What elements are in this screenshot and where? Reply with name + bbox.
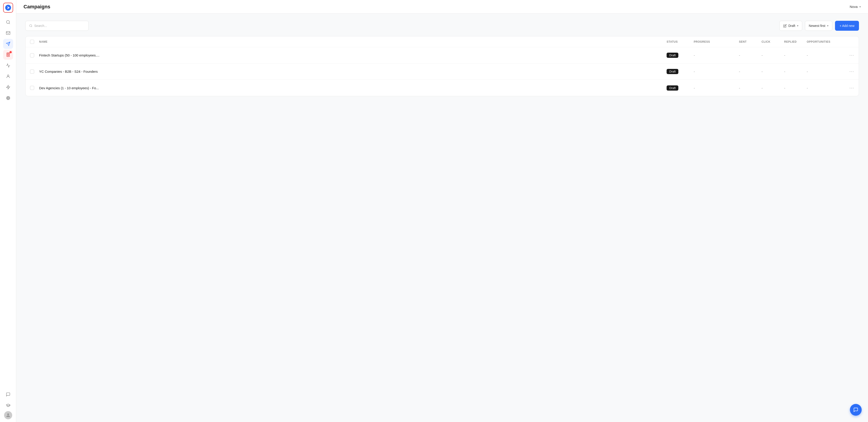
status-badge: Draft (666, 53, 678, 58)
campaigns-nav-icon[interactable] (3, 39, 13, 49)
svg-line-3 (9, 23, 10, 24)
table-row[interactable]: Dev Agencies (1 - 10 employees) - Fo... … (26, 80, 859, 96)
user-avatar[interactable] (4, 411, 12, 419)
header: Campaigns Nova ▾ (16, 0, 868, 13)
row-status: Draft (666, 53, 694, 58)
templates-nav-icon[interactable] (3, 50, 13, 60)
row-click: - (762, 70, 784, 73)
row-sent: - (739, 53, 762, 57)
sort-button[interactable]: Newest first ▾ (805, 21, 832, 31)
row-click: - (762, 53, 784, 57)
table-header: NAME STATUS PROGRESS SENT CLICK REPLIED … (26, 36, 859, 47)
row-menu-button[interactable]: ··· (843, 69, 854, 74)
analytics-nav-icon[interactable] (3, 61, 13, 70)
svg-point-2 (6, 21, 9, 24)
notification-badge (9, 51, 12, 53)
col-status: STATUS (666, 40, 694, 43)
row-menu-button[interactable]: ··· (843, 53, 854, 58)
toolbar: Draft ▾ Newest first ▾ + Add new (25, 21, 859, 31)
row-click: - (762, 86, 784, 90)
svg-rect-8 (7, 54, 8, 55)
sidebar (0, 0, 16, 422)
search-icon (29, 24, 33, 28)
filter-button[interactable]: Draft ▾ (779, 21, 802, 31)
svg-rect-4 (6, 31, 10, 34)
academy-nav-icon[interactable] (3, 400, 13, 410)
lightning-nav-icon[interactable] (3, 82, 13, 92)
filter-label: Draft (788, 24, 795, 28)
row-progress: - (694, 70, 739, 73)
row-checkbox[interactable] (30, 86, 39, 90)
contacts-nav-icon[interactable] (3, 71, 13, 81)
user-menu-chevron: ▾ (860, 5, 861, 8)
table-row[interactable]: YC Companies - B2B - S24 - Founders Draf… (26, 63, 859, 80)
col-name: NAME (39, 40, 666, 43)
search-box[interactable] (25, 21, 89, 31)
row-checkbox[interactable] (30, 53, 39, 57)
integrations-nav-icon[interactable] (3, 93, 13, 103)
col-checkbox (30, 40, 39, 44)
row-replied: - (784, 86, 807, 90)
user-menu[interactable]: Nova ▾ (850, 5, 861, 8)
mail-nav-icon[interactable] (3, 28, 13, 38)
status-badge: Draft (666, 69, 678, 74)
row-opportunities: - (807, 53, 843, 57)
table-row[interactable]: Fintech Startups (50 - 100 employees....… (26, 47, 859, 63)
chat-button[interactable] (850, 404, 862, 416)
col-sent: SENT (739, 40, 762, 43)
row-name: YC Companies - B2B - S24 - Founders (39, 70, 666, 73)
add-new-label: + Add new (839, 24, 855, 28)
main-content: Campaigns Nova ▾ Draft ▾ (16, 0, 868, 422)
row-name: Fintech Startups (50 - 100 employees.... (39, 53, 666, 57)
svg-point-16 (30, 25, 32, 27)
row-sent: - (739, 86, 762, 90)
edit-icon (783, 24, 786, 28)
campaigns-table: NAME STATUS PROGRESS SENT CLICK REPLIED … (25, 36, 859, 96)
content-area: Draft ▾ Newest first ▾ + Add new NAME ST… (16, 13, 868, 422)
sort-label: Newest first (809, 24, 825, 28)
svg-marker-11 (6, 86, 10, 89)
svg-point-0 (5, 5, 11, 11)
sort-chevron: ▾ (827, 24, 829, 27)
svg-point-10 (7, 75, 9, 76)
feedback-nav-icon[interactable] (3, 389, 13, 399)
row-progress: - (694, 86, 739, 90)
row-replied: - (784, 70, 807, 73)
row-opportunities: - (807, 70, 843, 73)
row-replied: - (784, 53, 807, 57)
app-logo[interactable] (3, 3, 13, 13)
svg-point-12 (6, 97, 10, 99)
select-all-checkbox[interactable] (30, 40, 34, 44)
row-status: Draft (666, 69, 694, 74)
status-badge: Draft (666, 86, 678, 91)
col-click: CLICK (762, 40, 784, 43)
row-sent: - (739, 70, 762, 73)
row-opportunities: - (807, 86, 843, 90)
col-opportunities: OPPORTUNITIES (807, 40, 843, 43)
search-nav-icon[interactable] (3, 17, 13, 27)
row-progress: - (694, 53, 739, 57)
row-status: Draft (666, 86, 694, 91)
col-progress: PROGRESS (694, 40, 739, 43)
filter-chevron: ▾ (797, 24, 798, 27)
add-new-button[interactable]: + Add new (835, 21, 859, 31)
search-input[interactable] (34, 24, 85, 28)
row-menu-button[interactable]: ··· (843, 86, 854, 90)
col-replied: REPLIED (784, 40, 807, 43)
user-name: Nova (850, 5, 858, 8)
page-title: Campaigns (24, 4, 51, 10)
svg-point-15 (7, 414, 9, 415)
svg-line-17 (31, 26, 32, 27)
row-checkbox[interactable] (30, 70, 39, 74)
chat-icon (853, 407, 858, 412)
row-name: Dev Agencies (1 - 10 employees) - Fo... (39, 86, 666, 90)
